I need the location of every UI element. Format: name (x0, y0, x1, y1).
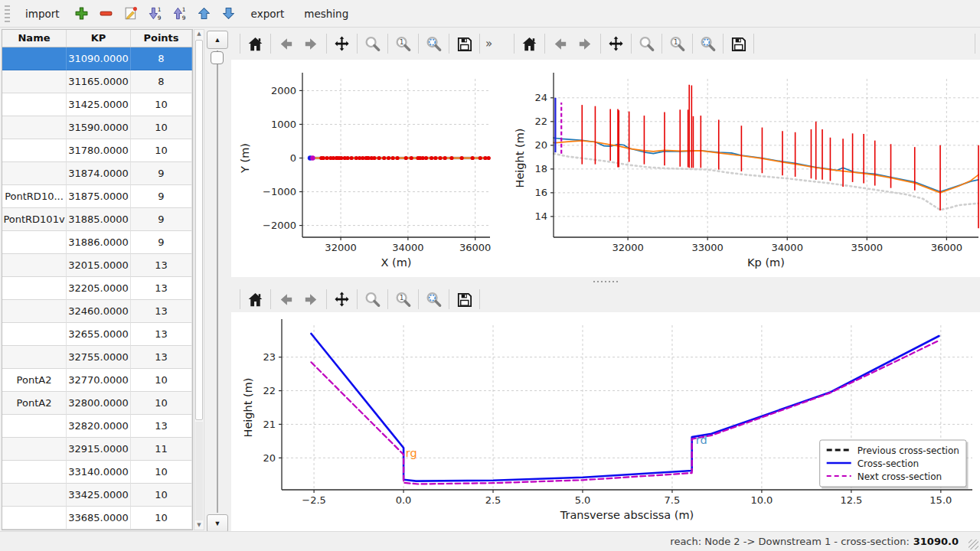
add-cross-section-button[interactable] (70, 2, 93, 25)
forward-button[interactable] (573, 32, 597, 56)
cell-kp[interactable]: 32755.0000 (67, 346, 131, 369)
table-row[interactable]: PontRD10...31875.00009 (2, 185, 192, 208)
cross-section-chart[interactable]: −2.50.02.55.07.510.012.515.020212223Tran… (231, 312, 980, 531)
zoom-button[interactable] (361, 288, 384, 311)
horizontal-splitter[interactable] (231, 277, 980, 286)
table-row[interactable]: 31590.000010 (2, 116, 192, 139)
cell-name[interactable] (2, 139, 67, 162)
cell-name[interactable]: PontRD101v (2, 208, 67, 231)
column-header-name[interactable]: Name (2, 30, 67, 47)
panel-scroll-down-button[interactable]: ▼ (207, 514, 228, 533)
cell-name[interactable] (2, 254, 67, 277)
cell-points[interactable]: 9 (131, 162, 192, 185)
cell-kp[interactable]: 32800.0000 (67, 392, 131, 415)
table-row[interactable]: 32205.000013 (2, 277, 192, 300)
zoom-region-button[interactable] (696, 32, 720, 56)
cell-kp[interactable]: 32820.0000 (67, 415, 131, 438)
cell-kp[interactable]: 31165.0000 (67, 70, 131, 93)
table-row[interactable]: PontA232770.000010 (2, 369, 192, 392)
cell-points[interactable]: 10 (131, 392, 192, 415)
table-row[interactable]: 31886.00009 (2, 231, 192, 254)
panel-scrollbar-handle[interactable] (211, 51, 224, 64)
toolbar-overflow-button[interactable]: » (482, 37, 495, 51)
cell-name[interactable] (2, 415, 67, 438)
longitudinal-profile-chart[interactable]: 3200033000340003500036000141618202224Kp … (507, 60, 980, 277)
cell-kp[interactable]: 31425.0000 (67, 93, 131, 116)
table-row[interactable]: 31780.000010 (2, 139, 192, 162)
forward-button[interactable] (299, 32, 323, 56)
cell-kp[interactable]: 32915.0000 (67, 438, 131, 461)
cell-kp[interactable]: 32770.0000 (67, 369, 131, 392)
table-row[interactable]: PontRD101v31885.00009 (2, 208, 192, 231)
zoom-button[interactable] (635, 32, 658, 56)
cell-name[interactable] (2, 438, 67, 461)
plan-view-chart[interactable]: 320003400036000−2000−1000010002000X (m)Y… (231, 60, 504, 277)
panel-scroll-up-button[interactable]: ▲ (207, 31, 228, 49)
cell-name[interactable] (2, 70, 67, 93)
table-row[interactable]: 32755.000013 (2, 346, 192, 369)
cell-name[interactable] (2, 346, 67, 369)
table-scrollbar[interactable]: ▲ ▼ (194, 29, 204, 530)
cell-points[interactable]: 13 (131, 415, 192, 438)
table-row[interactable]: 32820.000013 (2, 415, 192, 438)
cell-points[interactable]: 13 (131, 254, 192, 277)
cell-points[interactable]: 10 (131, 461, 192, 484)
cell-name[interactable] (2, 277, 67, 300)
cell-points[interactable]: 10 (131, 484, 192, 507)
cell-name[interactable] (2, 461, 67, 484)
zoom-region-button[interactable] (422, 288, 446, 311)
table-row[interactable]: 33140.000010 (2, 461, 192, 484)
cell-kp[interactable]: 33685.0000 (67, 507, 131, 530)
back-button[interactable] (274, 32, 298, 56)
cell-points[interactable]: 11 (131, 438, 192, 461)
cell-name[interactable] (2, 231, 67, 254)
remove-cross-section-button[interactable] (95, 2, 118, 25)
cell-points[interactable]: 9 (131, 231, 192, 254)
zoom-one-button[interactable]: 1 (665, 32, 689, 56)
cell-points[interactable]: 10 (131, 507, 192, 530)
resize-grip-icon[interactable] (969, 540, 978, 549)
export-button[interactable]: export (243, 5, 293, 23)
table-row[interactable]: 32655.000013 (2, 323, 192, 346)
zoom-one-button[interactable]: 1 (391, 288, 415, 311)
zoom-one-button[interactable]: 1 (391, 32, 415, 56)
table-scroll-up-icon[interactable]: ▲ (194, 30, 204, 38)
cell-points[interactable]: 13 (131, 277, 192, 300)
move-down-button[interactable] (217, 2, 240, 25)
cell-kp[interactable]: 32205.0000 (67, 277, 131, 300)
table-row[interactable]: 32460.000013 (2, 300, 192, 323)
back-button[interactable] (548, 32, 572, 56)
cell-points[interactable]: 9 (131, 185, 192, 208)
save-button[interactable] (727, 32, 750, 56)
back-button[interactable] (274, 288, 298, 311)
forward-button[interactable] (299, 288, 323, 311)
table-row[interactable]: 32015.000013 (2, 254, 192, 277)
save-button[interactable] (452, 32, 476, 56)
pan-button[interactable] (330, 288, 354, 311)
cell-kp[interactable]: 31886.0000 (67, 231, 131, 254)
cell-kp[interactable]: 32460.0000 (67, 300, 131, 323)
panel-scrollbar-track[interactable] (217, 51, 218, 513)
cell-kp[interactable]: 33425.0000 (67, 484, 131, 507)
toolbar-drag-handle[interactable] (5, 5, 10, 22)
pan-button[interactable] (330, 32, 354, 56)
meshing-button[interactable]: meshing (296, 5, 357, 23)
cell-name[interactable]: PontA2 (2, 392, 67, 415)
cell-points[interactable]: 13 (131, 346, 192, 369)
table-row[interactable]: PontA232800.000010 (2, 392, 192, 415)
home-button[interactable] (518, 32, 541, 56)
table-row[interactable]: 32915.000011 (2, 438, 192, 461)
cell-name[interactable] (2, 484, 67, 507)
cell-points[interactable]: 10 (131, 93, 192, 116)
home-button[interactable] (243, 288, 267, 311)
cell-points[interactable]: 13 (131, 323, 192, 346)
table-scrollbar-trough[interactable] (195, 422, 203, 520)
cell-name[interactable] (2, 300, 67, 323)
table-row[interactable]: 31425.000010 (2, 93, 192, 116)
table-scrollbar-handle[interactable] (195, 40, 203, 420)
sort-ascending-button[interactable]: 19 (168, 2, 191, 25)
zoom-button[interactable] (361, 32, 384, 56)
cell-name[interactable]: PontRD10... (2, 185, 67, 208)
cell-name[interactable]: PontA2 (2, 369, 67, 392)
cell-points[interactable]: 10 (131, 139, 192, 162)
